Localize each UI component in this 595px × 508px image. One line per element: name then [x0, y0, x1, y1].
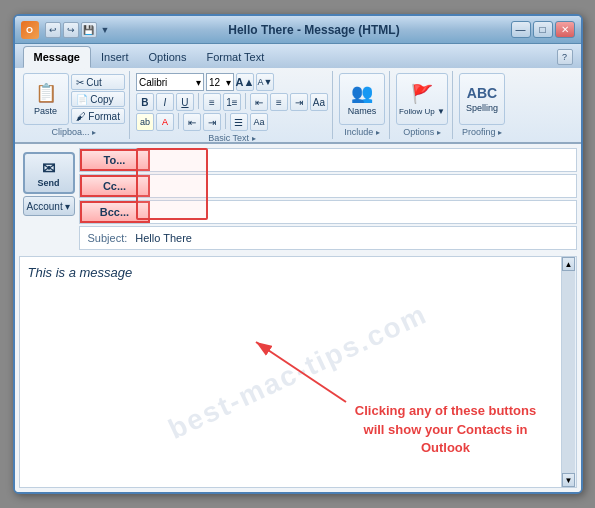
indent-button[interactable]: Aa [310, 93, 328, 111]
minimize-button[interactable]: — [511, 21, 531, 38]
compose-header: ✉ Send Account ▾ To... Cc... [19, 148, 577, 254]
names-icon: 👥 [351, 82, 373, 104]
account-button[interactable]: Account ▾ [23, 196, 75, 216]
separator2 [245, 93, 246, 109]
bold-button[interactable]: B [136, 93, 154, 111]
align-right-button[interactable]: ⇥ [290, 93, 308, 111]
outlook-window: O ↩ ↪ 💾 ▼ Hello There - Message (HTML) —… [13, 14, 583, 494]
numbering-button[interactable]: 1≡ [223, 93, 241, 111]
compose-area: ✉ Send Account ▾ To... Cc... [15, 144, 581, 492]
subject-value[interactable]: Hello There [135, 232, 575, 244]
copy-button[interactable]: 📄 Copy [71, 91, 125, 107]
font-color-button[interactable]: A [156, 113, 174, 131]
options-label: Options ▸ [403, 125, 441, 137]
ribbon-help-button[interactable]: ? [557, 49, 573, 65]
clipboard-group: 📋 Paste ✂ Cut 📄 Copy 🖌 Format Clipboa...… [19, 71, 130, 139]
fields-panel: To... Cc... Bcc... Su [79, 148, 577, 254]
cut-button[interactable]: ✂ Cut [71, 74, 125, 90]
include-group: 👥 Names Include ▸ [335, 71, 390, 139]
align-center-button[interactable]: ≡ [270, 93, 288, 111]
window-controls: — □ ✕ [511, 21, 575, 38]
scroll-down-button[interactable]: ▼ [562, 473, 575, 487]
italic-button[interactable]: I [156, 93, 174, 111]
save-button[interactable]: 💾 [81, 22, 97, 38]
message-body[interactable]: best-mac-tips.com This is a message ▲ ▼ … [19, 256, 577, 488]
tab-insert[interactable]: Insert [91, 46, 139, 68]
basic-text-label: Basic Text ▸ [208, 131, 255, 143]
include-label: Include ▸ [344, 125, 380, 137]
align-left-button[interactable]: ⇤ [250, 93, 268, 111]
undo-button[interactable]: ↩ [45, 22, 61, 38]
vertical-scrollbar: ▲ ▼ [562, 257, 576, 487]
app-icon: O [21, 21, 39, 39]
options-content: 🚩 Follow Up ▼ [396, 73, 448, 125]
clipboard-label: Clipboa... ▸ [51, 125, 96, 137]
increase-font-button[interactable]: A▲ [236, 73, 254, 91]
scroll-up-button[interactable]: ▲ [562, 257, 575, 271]
to-row: To... [79, 148, 577, 172]
clipboard-group-content: 📋 Paste ✂ Cut 📄 Copy 🖌 Format [23, 73, 125, 125]
scroll-track[interactable] [562, 271, 575, 473]
increase-indent-button[interactable]: ⇥ [203, 113, 221, 131]
decrease-indent-button[interactable]: ⇤ [183, 113, 201, 131]
redo-button[interactable]: ↪ [63, 22, 79, 38]
formatting-row: B I U ≡ 1≡ ⇤ ≡ ⇥ Aa [136, 93, 328, 111]
paste-button[interactable]: 📋 Paste [23, 73, 69, 125]
ribbon: 📋 Paste ✂ Cut 📄 Copy 🖌 Format Clipboa...… [15, 68, 581, 144]
to-button[interactable]: To... [80, 149, 150, 171]
basic-text-content: Calibri ▾ 12 ▾ A▲ A▼ B I U ≡ 1≡ [136, 73, 328, 131]
left-panel: ✉ Send Account ▾ [19, 148, 79, 254]
tab-message[interactable]: Message [23, 46, 91, 68]
send-button[interactable]: ✉ Send [23, 152, 75, 194]
proofing-label: Proofing ▸ [462, 125, 502, 137]
paste-icon: 📋 [35, 82, 57, 104]
cc-button[interactable]: Cc... [80, 175, 150, 197]
font-size-combo[interactable]: 12 ▾ [206, 73, 234, 91]
font-name-combo[interactable]: Calibri ▾ [136, 73, 204, 91]
proofing-content: ABC Spelling [459, 73, 505, 125]
maximize-button[interactable]: □ [533, 21, 553, 38]
bcc-row: Bcc... [79, 200, 577, 224]
message-text[interactable]: This is a message [20, 257, 562, 487]
title-dropdown[interactable]: ▼ [101, 25, 110, 35]
subject-label: Subject: [80, 232, 136, 244]
followup-icon: 🚩 [411, 83, 433, 105]
include-content: 👥 Names [339, 73, 385, 125]
options-group: 🚩 Follow Up ▼ Options ▸ [392, 71, 453, 139]
color-row: ab A ⇤ ⇥ ☰ Aa [136, 113, 268, 131]
names-button[interactable]: 👥 Names [339, 73, 385, 125]
proofing-group: ABC Spelling Proofing ▸ [455, 71, 509, 139]
cc-row: Cc... [79, 174, 577, 198]
highlight-button[interactable]: ab [136, 113, 154, 131]
basic-text-group: Calibri ▾ 12 ▾ A▲ A▼ B I U ≡ 1≡ [132, 71, 333, 139]
underline-button[interactable]: U [176, 93, 194, 111]
tab-options[interactable]: Options [139, 46, 197, 68]
rtl-button[interactable]: Aa [250, 113, 268, 131]
decrease-font-button[interactable]: A▼ [256, 73, 274, 91]
ribbon-tab-bar: Message Insert Options Format Text ? [15, 44, 581, 68]
separator3 [178, 113, 179, 129]
separator [198, 93, 199, 109]
window-title: Hello There - Message (HTML) [117, 23, 510, 37]
tab-format-text[interactable]: Format Text [196, 46, 274, 68]
bullets-button[interactable]: ≡ [203, 93, 221, 111]
clipboard-small-buttons: ✂ Cut 📄 Copy 🖌 Format [71, 74, 125, 124]
spelling-icon: ABC [467, 85, 497, 101]
justify-button[interactable]: ☰ [230, 113, 248, 131]
followup-button[interactable]: 🚩 Follow Up ▼ [396, 73, 448, 125]
title-bar: O ↩ ↪ 💾 ▼ Hello There - Message (HTML) —… [15, 16, 581, 44]
bcc-button[interactable]: Bcc... [80, 201, 150, 223]
font-row: Calibri ▾ 12 ▾ A▲ A▼ [136, 73, 274, 91]
subject-row: Subject: Hello There [79, 226, 577, 250]
close-button[interactable]: ✕ [555, 21, 575, 38]
separator4 [225, 113, 226, 129]
format-painter-button[interactable]: 🖌 Format [71, 108, 125, 124]
quick-access-toolbar: ↩ ↪ 💾 ▼ [45, 22, 110, 38]
spelling-button[interactable]: ABC Spelling [459, 73, 505, 125]
